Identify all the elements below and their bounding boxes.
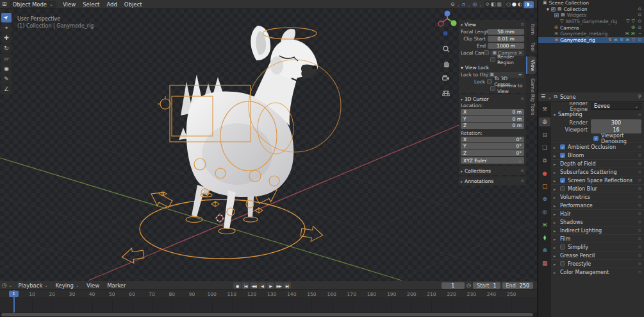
panel-checkbox[interactable] (560, 244, 565, 250)
scale-tool[interactable]: ▱ (1, 54, 12, 64)
mesh-data-icon[interactable]: ▽ (626, 19, 629, 24)
toggle-xray-icon[interactable]: ▥ (497, 2, 502, 7)
pose-icon[interactable]: ж (614, 38, 618, 42)
shading-rendered-icon[interactable]: ◑ (525, 2, 529, 7)
sidebar-tab-item[interactable]: Item (526, 21, 536, 38)
play-reverse-button[interactable]: ◀ (258, 282, 266, 289)
properties-tab-texture[interactable]: ▦ (539, 259, 550, 268)
mesh-data-icon[interactable]: ▽ (632, 19, 635, 24)
to-3d-cursor-checkbox[interactable] (487, 79, 492, 84)
panel-shadows[interactable]: ▸Shadows≡ (551, 218, 644, 226)
pan-hand-icon[interactable] (441, 58, 451, 69)
snapping-magnet-icon[interactable]: ∪ (462, 2, 466, 7)
eye-closed-icon[interactable]: ⌣ (638, 31, 641, 36)
modifier-icon[interactable]: ⚙ (620, 38, 623, 42)
local-camera-checkbox[interactable] (484, 50, 489, 55)
shading-material-icon[interactable]: ◐ (518, 2, 522, 7)
cursor-tool[interactable]: ⌖ (1, 23, 12, 33)
panel-simplify[interactable]: ▸Simplify≡ (551, 243, 644, 251)
frame-end-field[interactable]: End 250 (502, 282, 533, 289)
rotation-mode-dropdown[interactable]: XYZ Euler ⌄ (461, 157, 524, 164)
menu-object[interactable]: Object (124, 1, 142, 8)
panel-checkbox[interactable]: ✓ (560, 153, 565, 158)
cursor-location-field[interactable]: X0 m (461, 109, 524, 116)
properties-tab-object[interactable]: □ (539, 182, 550, 191)
pin-icon[interactable]: ⚲ (638, 94, 641, 99)
outliner-row[interactable]: ▽WGTS_Ganymede_rig▽▽⊙ (538, 19, 644, 25)
camera-view-icon[interactable] (441, 73, 451, 83)
panel-checkbox[interactable] (560, 261, 565, 266)
properties-tab-tool[interactable]: ⚒ (539, 105, 550, 114)
outliner-row[interactable]: ▾✓▤Collection⊙ (538, 6, 644, 13)
eye-open-icon[interactable]: ⊙ (638, 19, 641, 24)
sidebar-tab-tool[interactable]: Tool (526, 39, 536, 55)
viewport-denoising-checkbox[interactable]: ✓ (593, 136, 599, 141)
outliner-row[interactable]: жGanymede_rig↯ж⚙ж▽⊙ (538, 37, 644, 44)
timeline-menu-keying[interactable]: Keying⌄ (55, 282, 79, 289)
proportional-editing-icon[interactable]: ◎ (473, 2, 477, 7)
menu-add[interactable]: Add (106, 1, 117, 8)
jump-end-button[interactable]: ▶| (283, 282, 291, 289)
properties-tab-world[interactable]: ● (539, 169, 550, 178)
sidebar-tab-game-rig-tools[interactable]: Game Rig Tools (526, 75, 536, 119)
select-box-tool[interactable]: ➤ (1, 13, 12, 22)
properties-tab-render[interactable]: ✇ (539, 117, 550, 126)
scrollbar-handle[interactable] (1, 313, 533, 316)
properties-tab-output[interactable]: ⊟ (539, 130, 550, 139)
mode-dropdown[interactable]: Object Mode ⌄ (10, 1, 56, 8)
playhead-frame-badge[interactable]: 1 (9, 291, 19, 297)
timeline-menu-view[interactable]: View (87, 282, 99, 289)
collections-panel[interactable]: ▸ Collections ≡ (459, 166, 526, 175)
panel-screen-space-reflections[interactable]: ▸✓Screen Space Reflections≡ (551, 176, 644, 184)
panel-color-management[interactable]: ▸Color Management≡ (551, 268, 644, 276)
current-frame-field[interactable]: 1 (442, 282, 465, 289)
show-gizmos-icon[interactable]: ⟐ (486, 2, 490, 7)
cursor-rotation-field[interactable]: Z0° (461, 150, 524, 157)
armature-data-icon[interactable]: ж (625, 31, 629, 36)
sampling-panel-header[interactable]: ▾ Sampling ≡ (551, 110, 644, 119)
cursor-location-field[interactable]: Z0 m (461, 123, 524, 129)
clip-start-field[interactable]: 0.01 m (488, 36, 524, 42)
menu-view[interactable]: View (63, 1, 76, 8)
panel-checkbox[interactable]: ✓ (560, 178, 565, 183)
eye-open-icon[interactable]: ⊙ (638, 38, 641, 42)
shading-wireframe-icon[interactable]: ○ (506, 2, 511, 7)
ortho-grid-icon[interactable] (441, 88, 451, 98)
sampling-render-field[interactable]: 300 (591, 119, 641, 126)
menu-select[interactable]: Select (83, 1, 99, 8)
cursor-location-field[interactable]: Y0 m (461, 116, 524, 123)
panel-depth-of-field[interactable]: ▸Depth of Field≡ (551, 159, 644, 167)
clip-end-field[interactable]: 1000 m (488, 43, 524, 49)
scene-3d[interactable] (0, 0, 537, 281)
shape-icon[interactable]: ▽ (632, 38, 635, 42)
annotate-tool[interactable]: ✎ (1, 74, 12, 84)
properties-tab-bone[interactable]: ⧫ (539, 233, 550, 242)
rotate-tool[interactable]: ↻ (1, 44, 12, 53)
eye-open-icon[interactable]: ⊙ (638, 7, 641, 12)
expand-triangle-icon[interactable]: ▾ (547, 6, 549, 12)
timeline-menu-playback[interactable]: Playback⌄ (18, 282, 47, 289)
panel-motion-blur[interactable]: ▸Motion Blur≡ (551, 184, 644, 193)
prev-keyframe-button[interactable]: ◀◀ (250, 282, 258, 289)
viewport-canvas[interactable]: User Perspective (1) Collection | Ganyme… (0, 9, 537, 281)
preview-range-clock-icon[interactable]: ◷ (466, 283, 471, 288)
properties-tab-armature-data[interactable]: ж (539, 220, 550, 229)
frame-start-field[interactable]: Start 1 (473, 282, 500, 289)
eye-open-icon[interactable]: ⊙ (638, 13, 641, 17)
measure-tool[interactable]: ∠ (1, 85, 12, 94)
record-button[interactable]: ● (233, 282, 241, 289)
outliner-row[interactable]: ✓▤Widgets⊙ (538, 12, 644, 19)
cursor-rotation-field[interactable]: Y0° (461, 143, 524, 150)
camera-to-view-checkbox[interactable] (490, 86, 495, 91)
armature-data-icon[interactable]: ж (631, 31, 635, 36)
zoom-icon[interactable] (441, 44, 451, 54)
properties-tab-bone-constraint[interactable]: ⊛ (539, 246, 550, 255)
view-panel-header[interactable]: ▾ View ≡ (461, 21, 524, 28)
panel-checkbox[interactable] (560, 186, 565, 191)
properties-tab-physics[interactable]: ⊛ (539, 194, 550, 203)
timeline-scrollbar[interactable] (0, 313, 537, 317)
transform-tool[interactable]: ◉ (1, 64, 12, 74)
collection-checkbox[interactable]: ✓ (551, 7, 556, 12)
pivot-point-icon[interactable]: ⊙ (450, 2, 455, 7)
sidebar-tab-view[interactable]: View (526, 56, 536, 74)
